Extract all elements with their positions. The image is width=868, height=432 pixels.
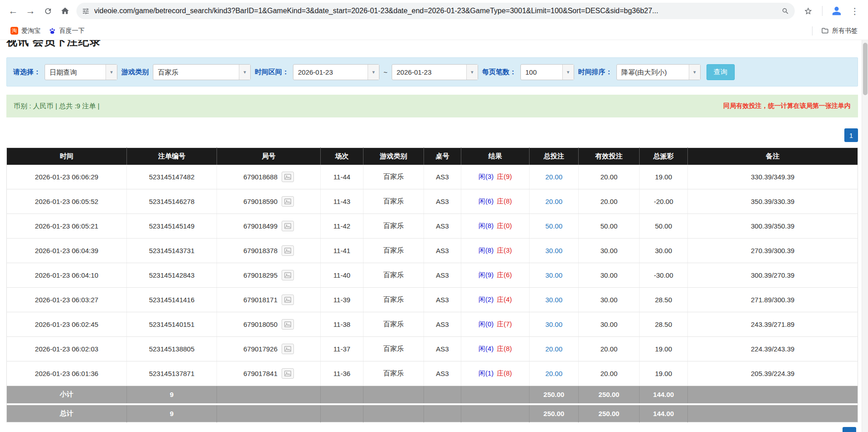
replay-button[interactable] bbox=[282, 270, 294, 280]
game-type-label: 游戏类别 bbox=[121, 68, 149, 76]
total-bet-link[interactable]: 20.00 bbox=[545, 173, 563, 181]
bookmark-star-button[interactable] bbox=[799, 2, 817, 20]
cell-bet-id: 523145146278 bbox=[127, 189, 217, 214]
zoom-icon[interactable] bbox=[782, 7, 789, 15]
page-content: 视讯 会员下注纪录 请选择： 日期查询 ▾ 游戏类别 百家乐 ▾ 时间区间： 2… bbox=[0, 40, 868, 422]
cell-session: 11-41 bbox=[321, 239, 363, 263]
cell-round: 679018378 bbox=[217, 239, 321, 263]
bet-record-table: 时间 注单编号 局号 场次 游戏类别 桌号 结果 总投注 有效投注 总派彩 备注… bbox=[6, 147, 858, 422]
profile-button[interactable] bbox=[828, 2, 845, 20]
bet-table-body: 2026-01-23 06:06:29 523145147482 6790186… bbox=[7, 165, 858, 386]
total-bet-link[interactable]: 20.00 bbox=[545, 370, 563, 377]
total-bet-link[interactable]: 20.00 bbox=[545, 345, 563, 353]
cell-note: 205.39/224.39 bbox=[688, 361, 858, 386]
result-player: 闲(1) bbox=[479, 369, 494, 377]
bookmark-taobao[interactable]: 淘 爱淘宝 bbox=[6, 25, 45, 37]
round-number: 679018378 bbox=[243, 247, 278, 254]
game-type-select[interactable]: 百家乐 ▾ bbox=[153, 64, 251, 80]
chevron-down-icon[interactable]: ▾ bbox=[562, 65, 574, 80]
table-row: 2026-01-23 06:05:21 523145145149 6790184… bbox=[7, 214, 858, 239]
cell-bet-id: 523145142843 bbox=[127, 263, 217, 288]
total-bet-link[interactable]: 50.00 bbox=[545, 222, 563, 230]
cell-result: 闲(6)庄(8) bbox=[461, 189, 530, 214]
bookmark-baidu[interactable]: 百度一下 bbox=[45, 25, 89, 37]
total-bet-link[interactable]: 20.00 bbox=[545, 198, 563, 205]
cell-valid-bet: 20.00 bbox=[579, 189, 640, 214]
total-bet-link[interactable]: 30.00 bbox=[545, 247, 563, 254]
result-banker: 庄(3) bbox=[497, 246, 512, 254]
address-bar[interactable]: videoie.com/game/betrecord_search/kind3?… bbox=[76, 3, 795, 19]
round-number: 679018295 bbox=[243, 271, 278, 279]
sort-label: 时间排序： bbox=[578, 68, 612, 76]
chevron-down-icon[interactable]: ▾ bbox=[239, 65, 250, 80]
table-row: 2026-01-23 06:02:03 523145138805 6790179… bbox=[7, 337, 858, 361]
notice-text: 同局有效投注，统一计算在该局第一张注单内 bbox=[723, 102, 851, 110]
sort-select[interactable]: 降幂(由大到小) ▾ bbox=[616, 64, 701, 80]
cell-round: 679017926 bbox=[217, 337, 321, 361]
cell-result: 闲(3)庄(9) bbox=[461, 165, 530, 189]
cell-total-bet: 20.00 bbox=[530, 189, 579, 214]
url-text: videoie.com/game/betrecord_search/kind3?… bbox=[94, 7, 777, 15]
round-number: 679018590 bbox=[243, 198, 278, 205]
browser-toolbar: ← → videoie.com/game/betrecord_search/ki… bbox=[0, 0, 868, 22]
cell-total-bet: 30.00 bbox=[530, 263, 579, 288]
replay-button[interactable] bbox=[282, 344, 294, 354]
col-bet-id: 注单编号 bbox=[127, 148, 217, 165]
home-button[interactable] bbox=[56, 2, 74, 20]
replay-button[interactable] bbox=[282, 319, 294, 330]
cell-time: 2026-01-23 06:03:27 bbox=[7, 288, 127, 312]
chevron-down-icon[interactable]: ▾ bbox=[106, 65, 117, 80]
query-type-select[interactable]: 日期查询 ▾ bbox=[45, 64, 117, 80]
cell-payout: 50.00 bbox=[640, 214, 688, 239]
chevron-down-icon[interactable]: ▾ bbox=[689, 65, 700, 80]
page-1-button-bottom[interactable]: 1 bbox=[843, 427, 856, 432]
cell-valid-bet: 30.00 bbox=[579, 239, 640, 263]
site-info-icon[interactable] bbox=[82, 7, 90, 15]
cell-bet-id: 523145137871 bbox=[127, 361, 217, 386]
forward-icon: → bbox=[26, 5, 35, 16]
result-banker: 庄(0) bbox=[497, 222, 512, 229]
cell-round: 679018499 bbox=[217, 214, 321, 239]
chevron-down-icon[interactable]: ▾ bbox=[466, 65, 478, 80]
cell-session: 11-39 bbox=[321, 288, 363, 312]
subtotal-payout: 144.00 bbox=[640, 386, 688, 403]
replay-button[interactable] bbox=[282, 172, 294, 182]
forward-button[interactable]: → bbox=[22, 2, 39, 20]
reload-icon bbox=[44, 7, 52, 15]
page-1-button[interactable]: 1 bbox=[844, 128, 858, 142]
replay-button[interactable] bbox=[282, 221, 294, 231]
cell-round: 679017841 bbox=[217, 361, 321, 386]
reload-button[interactable] bbox=[39, 2, 56, 20]
per-page-select[interactable]: 100 ▾ bbox=[520, 64, 574, 80]
total-bet-link[interactable]: 30.00 bbox=[545, 296, 563, 304]
replay-button[interactable] bbox=[282, 295, 294, 305]
col-result: 结果 bbox=[461, 148, 530, 165]
total-bet-link[interactable]: 30.00 bbox=[545, 320, 563, 328]
total-bet-link[interactable]: 30.00 bbox=[545, 271, 563, 279]
scrollbar-track[interactable] bbox=[862, 40, 868, 432]
replay-button[interactable] bbox=[282, 245, 294, 256]
cell-session: 11-37 bbox=[321, 337, 363, 361]
menu-button[interactable]: ⋮ bbox=[846, 2, 863, 20]
date-range-label: 时间区间： bbox=[255, 68, 289, 76]
cell-game: 百家乐 bbox=[363, 312, 424, 337]
subtotal-label: 小计 bbox=[7, 386, 127, 403]
back-button[interactable]: ← bbox=[5, 2, 22, 20]
grand-total-count: 9 bbox=[127, 405, 217, 422]
cell-table-no: AS3 bbox=[424, 288, 461, 312]
table-row: 2026-01-23 06:04:39 523145143731 6790183… bbox=[7, 239, 858, 263]
replay-button[interactable] bbox=[282, 368, 294, 379]
replay-button[interactable] bbox=[282, 196, 294, 207]
cell-game: 百家乐 bbox=[363, 239, 424, 263]
game-type-value: 百家乐 bbox=[153, 65, 239, 80]
date-start-select[interactable]: 2026-01-23 ▾ bbox=[293, 64, 379, 80]
cell-table-no: AS3 bbox=[424, 337, 461, 361]
scrollbar-thumb[interactable] bbox=[863, 43, 868, 95]
cell-bet-id: 523145140151 bbox=[127, 312, 217, 337]
search-button[interactable]: 查询 bbox=[707, 64, 735, 80]
subtotal-count: 9 bbox=[127, 386, 217, 403]
chevron-down-icon[interactable]: ▾ bbox=[368, 65, 379, 80]
all-bookmarks-button[interactable]: 所有书签 bbox=[817, 25, 862, 37]
date-end-select[interactable]: 2026-01-23 ▾ bbox=[392, 64, 478, 80]
cell-round: 679018590 bbox=[217, 189, 321, 214]
